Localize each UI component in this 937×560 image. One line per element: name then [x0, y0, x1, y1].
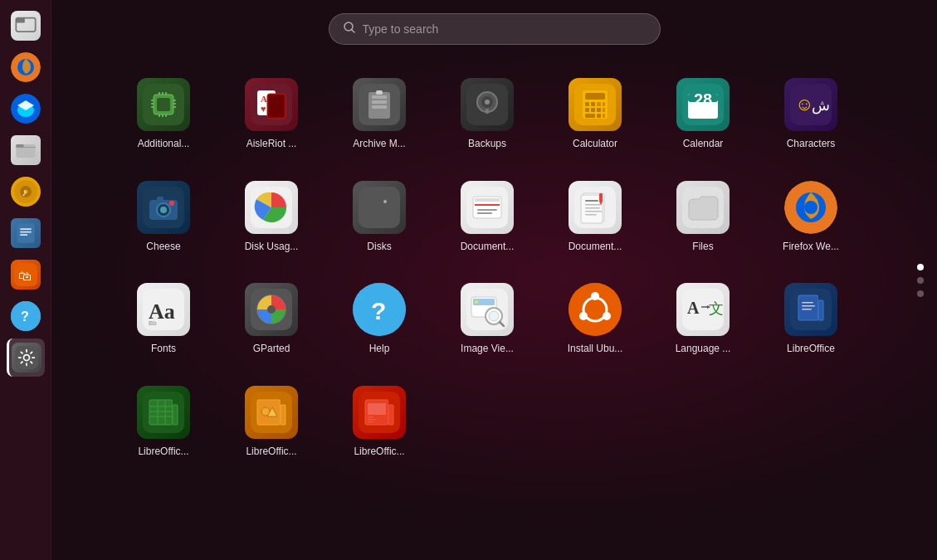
- app-firefox[interactable]: Firefox We...: [765, 174, 856, 261]
- app-libreoffice[interactable]: LibreOffice: [765, 276, 856, 363]
- archive-manager-icon: [353, 78, 406, 131]
- svg-rect-67: [597, 108, 601, 112]
- svg-rect-94: [475, 198, 500, 202]
- app-document-viewer[interactable]: Document...: [549, 174, 641, 261]
- help-sidebar-icon: ?: [11, 301, 41, 331]
- svg-rect-145: [149, 400, 173, 425]
- app-disks[interactable]: Disks: [334, 174, 425, 261]
- svg-rect-165: [368, 419, 376, 421]
- svg-rect-156: [281, 405, 285, 425]
- svg-rect-138: [798, 295, 818, 320]
- libreoffice-label: LibreOffice: [787, 343, 835, 356]
- svg-rect-104: [585, 211, 602, 212]
- svg-point-56: [485, 100, 490, 105]
- app-additional-drivers[interactable]: Additional...: [118, 71, 209, 158]
- pagination-dot-3[interactable]: [917, 290, 924, 297]
- sidebar-item-firefox[interactable]: [7, 48, 45, 86]
- svg-rect-143: [802, 309, 812, 310]
- sidebar-item-thunderbird[interactable]: [7, 90, 45, 128]
- sidebar-item-files[interactable]: [7, 7, 45, 45]
- app-characters[interactable]: ☺ ش Characters: [765, 71, 856, 158]
- svg-point-130: [603, 312, 611, 320]
- svg-rect-14: [17, 223, 34, 242]
- svg-rect-38: [159, 114, 160, 117]
- firefox-app-icon: [784, 181, 837, 234]
- app-calendar[interactable]: 28 Calendar: [657, 71, 749, 158]
- pagination-dot-2[interactable]: [917, 277, 924, 284]
- svg-point-127: [569, 283, 622, 336]
- app-libreoffice-draw[interactable]: LibreOffic...: [226, 379, 317, 465]
- sidebar-item-settings[interactable]: [7, 338, 45, 377]
- svg-text:A: A: [261, 94, 267, 104]
- sidebar-item-rhythmbox[interactable]: ♪: [7, 173, 45, 211]
- app-archive-manager[interactable]: Archive M...: [334, 71, 425, 158]
- app-files[interactable]: Files: [657, 174, 749, 261]
- sidebar-item-files2[interactable]: [7, 131, 45, 169]
- svg-rect-162: [388, 405, 393, 425]
- svg-text:ش: ش: [812, 97, 830, 114]
- svg-rect-66: [591, 108, 595, 112]
- svg-rect-2: [16, 18, 24, 22]
- search-input[interactable]: [363, 22, 647, 36]
- svg-rect-166: [368, 421, 373, 423]
- app-cheese[interactable]: Cheese: [118, 174, 209, 261]
- sidebar-item-writer[interactable]: [7, 214, 45, 252]
- app-install-ubuntu[interactable]: Install Ubu...: [549, 276, 641, 363]
- app-disk-usage[interactable]: Disk Usag...: [226, 174, 317, 261]
- svg-rect-34: [173, 106, 176, 108]
- sidebar: ♪ 🛍 ?: [0, 0, 51, 560]
- document-viewer-icon: [569, 181, 622, 234]
- svg-point-123: [475, 300, 478, 304]
- svg-rect-141: [802, 302, 813, 304]
- calendar-label: Calendar: [683, 138, 724, 151]
- svg-rect-9: [16, 144, 23, 148]
- search-container: [51, 0, 937, 55]
- app-image-viewer[interactable]: Image Vie...: [442, 276, 533, 363]
- svg-rect-46: [269, 95, 284, 117]
- app-aisleriot[interactable]: A ♥ AisleRiot ...: [226, 71, 317, 158]
- thunderbird-sidebar-icon: [11, 94, 41, 124]
- settings-sidebar-icon: [12, 343, 41, 373]
- app-backups[interactable]: Backups: [442, 71, 533, 158]
- svg-rect-105: [585, 214, 597, 216]
- svg-rect-31: [151, 106, 154, 108]
- svg-rect-28: [157, 98, 170, 111]
- app-fonts[interactable]: Aa Bb Fonts: [118, 276, 209, 363]
- svg-point-131: [579, 312, 588, 320]
- svg-text:28: 28: [694, 90, 712, 109]
- app-document-scanner[interactable]: Document...: [442, 174, 533, 261]
- svg-rect-52: [376, 90, 383, 95]
- disks-label: Disks: [367, 241, 391, 254]
- files-app-label: Files: [692, 241, 713, 254]
- characters-icon: ☺ ش: [784, 78, 837, 131]
- sidebar-item-help[interactable]: ?: [7, 297, 45, 335]
- libreoffice-impress-icon: [353, 386, 406, 439]
- fonts-icon: Aa Bb: [137, 283, 190, 336]
- sidebar-item-appstore[interactable]: 🛍: [7, 256, 45, 294]
- app-libreoffice-impress[interactable]: LibreOffic...: [334, 379, 425, 465]
- svg-rect-15: [20, 228, 32, 230]
- image-viewer-icon: [461, 283, 514, 336]
- disk-usage-icon: [245, 181, 298, 234]
- app-gparted[interactable]: GParted: [226, 276, 317, 363]
- rhythmbox-sidebar-icon: ♪: [11, 177, 41, 207]
- svg-point-125: [489, 311, 499, 321]
- svg-rect-17: [20, 234, 27, 236]
- libreoffice-impress-label: LibreOffic...: [354, 446, 404, 459]
- svg-text:🛍: 🛍: [17, 268, 31, 283]
- search-bar[interactable]: [329, 13, 661, 45]
- app-calculator[interactable]: Calculator: [549, 71, 641, 158]
- svg-rect-140: [818, 300, 823, 320]
- svg-rect-103: [585, 207, 600, 209]
- search-icon: [343, 21, 356, 37]
- additional-drivers-icon: [137, 78, 190, 131]
- svg-point-129: [591, 292, 599, 300]
- svg-rect-101: [585, 200, 598, 202]
- backups-icon: [461, 78, 514, 131]
- pagination-dot-1[interactable]: [917, 264, 924, 270]
- svg-rect-62: [591, 102, 595, 106]
- app-libreoffice-calc[interactable]: LibreOffic...: [118, 379, 209, 465]
- svg-rect-30: [151, 103, 154, 105]
- app-language-support[interactable]: A 文 Language ...: [657, 276, 749, 363]
- app-help[interactable]: ? Help: [334, 276, 425, 363]
